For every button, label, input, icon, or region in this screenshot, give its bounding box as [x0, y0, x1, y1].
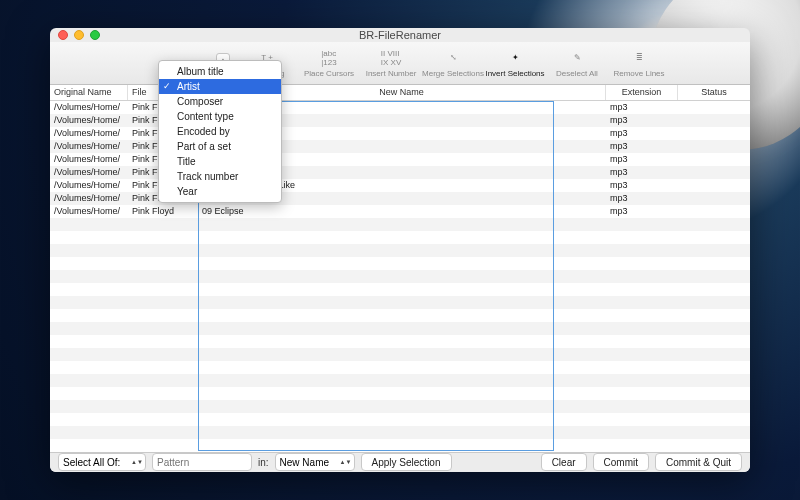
cell-status [678, 179, 750, 192]
cell-newname [198, 439, 606, 452]
commit-quit-button[interactable]: Commit & Quit [655, 453, 742, 471]
table-row[interactable]: /Volumes/Home/Pink Floyd05 Moneymp3 [50, 153, 750, 166]
cell-original [50, 361, 128, 374]
toolbar: ▲▼ T +Insert Tag|abc |123Place CursorsII… [50, 42, 750, 85]
table-row[interactable] [50, 283, 750, 296]
toolbar-place-cursors[interactable]: |abc |123Place Cursors [298, 42, 360, 84]
cell-file [128, 270, 198, 283]
cell-file [128, 322, 198, 335]
cell-newname [198, 231, 606, 244]
clear-button[interactable]: Clear [541, 453, 587, 471]
pattern-input[interactable] [152, 453, 252, 471]
table-row[interactable] [50, 309, 750, 322]
cell-status [678, 244, 750, 257]
cell-extension [606, 387, 678, 400]
toolbar-insert-number[interactable]: II VIII IX XVInsert Number [360, 42, 422, 84]
toolbar-invert-selections[interactable]: ✦Invert Selections [484, 42, 546, 84]
table-row[interactable] [50, 296, 750, 309]
table-row[interactable]: /Volumes/Home/Pink Floymp3 [50, 114, 750, 127]
toolbar-label: Deselect All [556, 69, 598, 78]
table-row[interactable]: /Volumes/Home/Pink Floyd08 Brain Damagem… [50, 192, 750, 205]
popup-item-title[interactable]: Title [159, 154, 281, 169]
cell-extension: mp3 [606, 205, 678, 218]
popup-item-album-title[interactable]: Album title [159, 64, 281, 79]
cell-file [128, 335, 198, 348]
select-all-of-dropdown[interactable]: Select All Of: ▲▼ [58, 453, 146, 471]
table-row[interactable] [50, 244, 750, 257]
popup-item-content-type[interactable]: Content type [159, 109, 281, 124]
cell-newname [198, 400, 606, 413]
table-row[interactable] [50, 361, 750, 374]
table-row[interactable] [50, 270, 750, 283]
cell-extension [606, 400, 678, 413]
col-extension[interactable]: Extension [606, 85, 678, 100]
table-row[interactable] [50, 348, 750, 361]
table-row[interactable] [50, 387, 750, 400]
toolbar-label: Merge Selections [422, 69, 484, 78]
table-row[interactable] [50, 400, 750, 413]
cell-extension [606, 322, 678, 335]
apply-selection-button[interactable]: Apply Selection [361, 453, 452, 471]
merge-selections-icon: ⤡ [442, 48, 464, 68]
toolbar-label: Insert Number [366, 69, 417, 78]
popup-item-encoded-by[interactable]: Encoded by [159, 124, 281, 139]
cell-extension: mp3 [606, 140, 678, 153]
cell-status [678, 439, 750, 452]
toolbar-label: Invert Selections [485, 69, 544, 78]
table-row[interactable]: /Volumes/Home/Pink Floy_Breathemp3 [50, 101, 750, 114]
table-row[interactable]: /Volumes/Home/Pink Floyd07 Any Colour Yo… [50, 179, 750, 192]
table-row[interactable]: /Volumes/Home/Pink Floyig In The Skymp3 [50, 140, 750, 153]
cell-status [678, 192, 750, 205]
table-row[interactable] [50, 413, 750, 426]
cell-original [50, 309, 128, 322]
popup-item-year[interactable]: Year [159, 184, 281, 199]
table-row[interactable] [50, 218, 750, 231]
cell-original [50, 218, 128, 231]
close-icon[interactable] [58, 30, 68, 40]
in-column-dropdown[interactable]: New Name ▲▼ [275, 453, 355, 471]
cell-file [128, 413, 198, 426]
cell-original [50, 400, 128, 413]
popup-item-track-number[interactable]: Track number [159, 169, 281, 184]
cell-newname [198, 335, 606, 348]
cell-extension [606, 413, 678, 426]
cell-original [50, 257, 128, 270]
table-row[interactable] [50, 426, 750, 439]
column-headers: Original Name File New Name Extension St… [50, 85, 750, 101]
cell-newname [198, 257, 606, 270]
cell-status [678, 153, 750, 166]
table-row[interactable] [50, 335, 750, 348]
col-status[interactable]: Status [678, 85, 750, 100]
toolbar-merge-selections[interactable]: ⤡Merge Selections [422, 42, 484, 84]
cell-newname [198, 374, 606, 387]
toolbar-remove-lines[interactable]: ≣Remove Lines [608, 42, 670, 84]
table-row[interactable] [50, 231, 750, 244]
cell-file [128, 257, 198, 270]
cell-status [678, 361, 750, 374]
zoom-icon[interactable] [90, 30, 100, 40]
cell-status [678, 218, 750, 231]
cell-extension: mp3 [606, 179, 678, 192]
table-row[interactable]: /Volumes/Home/Pink Floyd09 Eclipsemp3 [50, 205, 750, 218]
cell-newname: 09 Eclipse [198, 205, 606, 218]
cell-extension [606, 244, 678, 257]
cell-original [50, 374, 128, 387]
popup-item-part-of-a-set[interactable]: Part of a set [159, 139, 281, 154]
minimize-icon[interactable] [74, 30, 84, 40]
cell-status [678, 231, 750, 244]
cell-extension [606, 270, 678, 283]
table-row[interactable]: /Volumes/Home/Pink Floymp3 [50, 127, 750, 140]
table-row[interactable] [50, 374, 750, 387]
popup-item-composer[interactable]: Composer [159, 94, 281, 109]
table-row[interactable] [50, 322, 750, 335]
commit-button[interactable]: Commit [593, 453, 649, 471]
cell-extension [606, 348, 678, 361]
toolbar-deselect-all[interactable]: ✎Deselect All [546, 42, 608, 84]
cell-original [50, 413, 128, 426]
popup-item-artist[interactable]: ✓Artist [159, 79, 281, 94]
table-row[interactable] [50, 257, 750, 270]
cell-extension: mp3 [606, 114, 678, 127]
table-row[interactable] [50, 439, 750, 452]
col-original[interactable]: Original Name [50, 85, 128, 100]
table-row[interactable]: /Volumes/Home/Pink Floyd06 Us And Themmp… [50, 166, 750, 179]
